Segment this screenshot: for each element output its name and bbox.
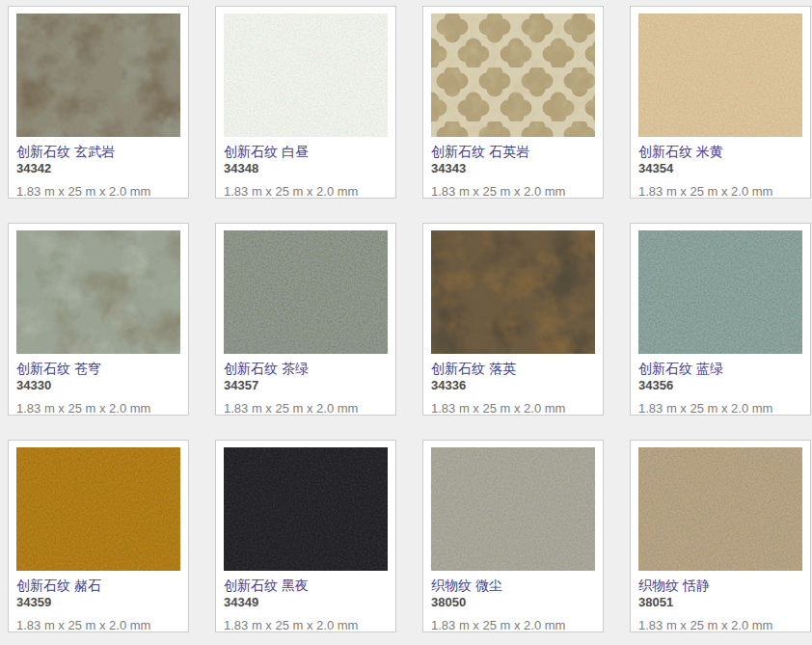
product-code: 34330 bbox=[16, 378, 180, 392]
product-name-link[interactable]: 创新石纹 玄武岩 bbox=[16, 144, 180, 160]
product-dimensions: 1.83 m x 25 m x 2.0 mm bbox=[431, 618, 595, 632]
product-code: 34349 bbox=[224, 595, 388, 609]
product-dimensions: 1.83 m x 25 m x 2.0 mm bbox=[431, 401, 595, 416]
product-code: 34343 bbox=[431, 161, 595, 175]
product-dimensions: 1.83 m x 25 m x 2.0 mm bbox=[638, 184, 802, 199]
product-dimensions: 1.83 m x 25 m x 2.0 mm bbox=[224, 184, 388, 199]
product-dimensions: 1.83 m x 25 m x 2.0 mm bbox=[16, 618, 180, 632]
product-code: 34342 bbox=[16, 161, 180, 175]
product-code: 34356 bbox=[638, 378, 802, 392]
product-dimensions: 1.83 m x 25 m x 2.0 mm bbox=[16, 184, 180, 199]
product-card: 创新石纹 蓝绿 34356 1.83 m x 25 m x 2.0 mm bbox=[630, 223, 811, 416]
product-name-link[interactable]: 创新石纹 米黄 bbox=[638, 144, 802, 160]
product-card: 创新石纹 玄武岩 34342 1.83 m x 25 m x 2.0 mm bbox=[8, 6, 189, 199]
product-dimensions: 1.83 m x 25 m x 2.0 mm bbox=[224, 618, 388, 632]
product-name-link[interactable]: 创新石纹 蓝绿 bbox=[638, 361, 802, 377]
product-card: 创新石纹 落英 34336 1.83 m x 25 m x 2.0 mm bbox=[422, 223, 604, 416]
product-card: 创新石纹 苍穹 34330 1.83 m x 25 m x 2.0 mm bbox=[8, 223, 189, 416]
product-dimensions: 1.83 m x 25 m x 2.0 mm bbox=[16, 401, 180, 416]
product-card: 创新石纹 米黄 34354 1.83 m x 25 m x 2.0 mm bbox=[630, 6, 811, 199]
product-swatch-image[interactable] bbox=[638, 447, 802, 571]
product-code: 34359 bbox=[16, 595, 180, 609]
product-swatch-image[interactable] bbox=[638, 13, 802, 137]
product-dimensions: 1.83 m x 25 m x 2.0 mm bbox=[638, 401, 802, 416]
product-dimensions: 1.83 m x 25 m x 2.0 mm bbox=[224, 401, 388, 416]
product-card: 创新石纹 赭石 34359 1.83 m x 25 m x 2.0 mm bbox=[8, 440, 189, 632]
product-swatch-image[interactable] bbox=[16, 447, 180, 571]
product-swatch-image[interactable] bbox=[431, 230, 595, 354]
product-swatch-image[interactable] bbox=[638, 230, 802, 354]
product-card: 创新石纹 黑夜 34349 1.83 m x 25 m x 2.0 mm bbox=[215, 440, 396, 632]
product-code: 34348 bbox=[224, 161, 388, 175]
product-grid: 创新石纹 玄武岩 34342 1.83 m x 25 m x 2.0 mm 创新… bbox=[0, 0, 812, 645]
product-card: 织物纹 微尘 38050 1.83 m x 25 m x 2.0 mm bbox=[422, 440, 604, 632]
product-swatch-image[interactable] bbox=[16, 230, 180, 354]
product-name-link[interactable]: 创新石纹 白昼 bbox=[224, 144, 388, 160]
product-code: 38051 bbox=[638, 595, 802, 609]
product-card: 创新石纹 茶绿 34357 1.83 m x 25 m x 2.0 mm bbox=[215, 223, 396, 416]
product-swatch-image[interactable] bbox=[224, 13, 388, 137]
product-dimensions: 1.83 m x 25 m x 2.0 mm bbox=[431, 184, 595, 199]
product-dimensions: 1.83 m x 25 m x 2.0 mm bbox=[638, 618, 802, 632]
product-name-link[interactable]: 创新石纹 苍穹 bbox=[16, 361, 180, 377]
product-name-link[interactable]: 创新石纹 茶绿 bbox=[224, 361, 388, 377]
product-swatch-image[interactable] bbox=[16, 13, 180, 137]
product-name-link[interactable]: 织物纹 微尘 bbox=[431, 578, 595, 594]
product-name-link[interactable]: 织物纹 恬静 bbox=[638, 578, 802, 594]
product-code: 34354 bbox=[638, 161, 802, 175]
product-swatch-image[interactable] bbox=[224, 230, 388, 354]
product-name-link[interactable]: 创新石纹 石英岩 bbox=[431, 144, 595, 160]
product-code: 34336 bbox=[431, 378, 595, 392]
product-swatch-image[interactable] bbox=[224, 447, 388, 571]
product-name-link[interactable]: 创新石纹 黑夜 bbox=[224, 578, 388, 594]
product-card: 创新石纹 白昼 34348 1.83 m x 25 m x 2.0 mm bbox=[215, 6, 396, 199]
product-code: 34357 bbox=[224, 378, 388, 392]
product-card: 织物纹 恬静 38051 1.83 m x 25 m x 2.0 mm bbox=[630, 440, 811, 632]
product-swatch-image[interactable] bbox=[431, 13, 595, 137]
product-code: 38050 bbox=[431, 595, 595, 609]
product-card: 创新石纹 石英岩 34343 1.83 m x 25 m x 2.0 mm bbox=[422, 6, 604, 199]
product-name-link[interactable]: 创新石纹 赭石 bbox=[16, 578, 180, 594]
product-swatch-image[interactable] bbox=[431, 447, 595, 571]
product-name-link[interactable]: 创新石纹 落英 bbox=[431, 361, 595, 377]
